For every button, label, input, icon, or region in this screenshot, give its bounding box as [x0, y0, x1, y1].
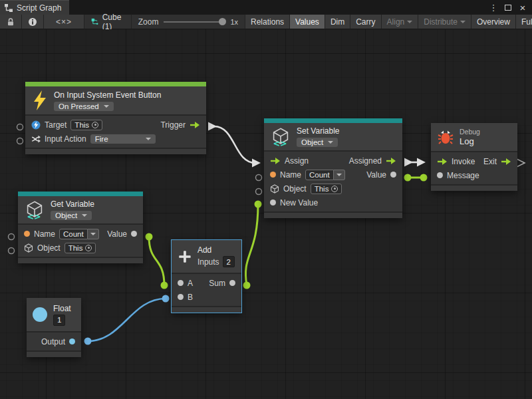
- wire-trigger-to-assign[interactable]: [208, 122, 261, 168]
- bug-icon: [438, 129, 454, 145]
- inspect-button[interactable]: [22, 15, 44, 29]
- close-icon[interactable]: ×: [517, 2, 528, 13]
- event-mode-dropdown[interactable]: On Pressed: [54, 102, 114, 111]
- node-title: Get Variable: [51, 200, 94, 209]
- svg-text:<>: <>: [27, 211, 41, 220]
- node-title: Add: [198, 245, 211, 255]
- sum-output-port[interactable]: [229, 280, 235, 286]
- zoom-value: 1x: [230, 18, 238, 26]
- assign-input-port[interactable]: [270, 157, 281, 165]
- variable-accent-bar: [264, 118, 402, 123]
- message-input-port[interactable]: [437, 172, 443, 178]
- node-get-variable[interactable]: <> Get Variable Object Name Count: [18, 192, 143, 263]
- value-output-port[interactable]: [390, 172, 396, 178]
- wire-float-to-b[interactable]: [84, 295, 170, 345]
- zoom-slider-handle[interactable]: [219, 18, 226, 25]
- titlebar-spacer: [69, 0, 488, 15]
- name-input-port[interactable]: [270, 172, 276, 178]
- toolbar-button-values[interactable]: Values: [290, 15, 325, 29]
- node-header: Debug Log: [431, 123, 517, 151]
- b-label: B: [188, 293, 193, 302]
- graph-asset-icon: [91, 17, 98, 27]
- tab-script-graph[interactable]: Script Graph: [0, 0, 69, 15]
- toolbar-button-carry[interactable]: Carry: [350, 15, 381, 29]
- wire-getvalue-to-a[interactable]: [146, 233, 168, 289]
- port-row-object: Object This: [264, 182, 402, 196]
- port-row-message: Message: [431, 168, 517, 182]
- toolbar-button-overview[interactable]: Overview: [471, 15, 516, 29]
- node-body: A Sum B: [172, 273, 241, 306]
- object-chip[interactable]: This: [65, 243, 96, 253]
- edit-source-button[interactable]: <×>: [44, 15, 84, 29]
- invoke-input-port[interactable]: [437, 158, 448, 166]
- node-title: On Input System Event Button: [54, 90, 161, 100]
- toolbar-button-fullscreen[interactable]: Full Screen: [516, 15, 532, 29]
- wire-value-to-message[interactable]: [404, 174, 428, 182]
- node-title: Set Variable: [297, 126, 339, 136]
- object-picker-icon: [331, 186, 338, 192]
- node-body: Target This Trigger Input Action: [25, 114, 206, 148]
- lock-button[interactable]: [0, 15, 22, 29]
- exit-output-port[interactable]: [501, 158, 511, 166]
- svg-text:<>: <>: [273, 138, 287, 147]
- node-footer: [25, 148, 206, 154]
- chevron-down-icon: [146, 138, 151, 140]
- kebab-menu-icon[interactable]: ⋮: [488, 2, 499, 13]
- value-output-port[interactable]: [131, 231, 137, 237]
- node-debug-log[interactable]: Debug Log Invoke Exit Message: [431, 123, 517, 191]
- name-label: Name: [280, 170, 301, 180]
- toolbar-button-relations[interactable]: Relations: [245, 15, 290, 29]
- chevron-down-icon: [407, 21, 412, 23]
- node-footer: [264, 211, 402, 218]
- variable-cube-icon: <>: [271, 127, 291, 147]
- cube-icon: [270, 184, 279, 194]
- node-footer: [431, 184, 517, 191]
- node-add[interactable]: Add Inputs 2 A Sum B: [172, 240, 241, 313]
- input-system-icon: [31, 120, 41, 130]
- object-chip[interactable]: This: [311, 184, 342, 194]
- node-float[interactable]: Float 1 Output: [27, 298, 81, 357]
- input-action-icon: [31, 134, 41, 144]
- target-label: Target: [45, 120, 66, 130]
- lightning-icon: [32, 90, 48, 111]
- toolbar-button-distribute[interactable]: Distribute: [418, 15, 471, 29]
- toolbar-button-align[interactable]: Align: [382, 15, 419, 29]
- name-label: Name: [34, 229, 55, 239]
- float-value-field[interactable]: 1: [53, 315, 65, 326]
- node-on-input-system-event[interactable]: On Input System Event Button On Pressed …: [25, 82, 206, 154]
- assigned-output-port[interactable]: [386, 157, 396, 165]
- object-label: Object: [283, 184, 307, 194]
- variable-scope-dropdown[interactable]: Object: [51, 211, 92, 220]
- exit-flow-stub[interactable]: [517, 159, 525, 167]
- new-value-input-port[interactable]: [270, 200, 276, 205]
- b-input-port[interactable]: [178, 294, 184, 300]
- tab-label: Script Graph: [17, 3, 61, 13]
- input-action-dropdown[interactable]: Fire: [90, 134, 156, 144]
- node-title: Log: [460, 136, 474, 146]
- target-object-chip[interactable]: This: [70, 120, 102, 130]
- wire-sum-to-newvalue[interactable]: [243, 201, 262, 289]
- node-title: Float: [53, 304, 71, 313]
- variable-name-dropdown[interactable]: Count: [59, 229, 99, 239]
- node-header: <> Get Variable Object: [18, 196, 143, 223]
- maximize-icon[interactable]: [503, 2, 513, 13]
- toolbar-button-dim[interactable]: Dim: [325, 15, 350, 29]
- graph-owner[interactable]: Cube (1): [84, 15, 132, 29]
- node-header: <> Set Variable Object: [264, 123, 402, 150]
- variable-scope-dropdown[interactable]: Object: [297, 138, 338, 147]
- trigger-output-port[interactable]: [190, 121, 200, 129]
- wire-assigned-to-invoke[interactable]: [404, 158, 426, 167]
- node-set-variable[interactable]: <> Set Variable Object Assign Assigned: [264, 118, 402, 218]
- name-input-port[interactable]: [24, 231, 30, 237]
- node-body: Assign Assigned Name Count Value: [264, 150, 402, 211]
- inputs-count-field[interactable]: 2: [223, 256, 235, 267]
- graph-canvas[interactable]: On Input System Event Button On Pressed …: [0, 29, 532, 399]
- variable-accent-bar: [18, 192, 143, 196]
- new-value-label: New Value: [280, 198, 318, 207]
- a-input-port[interactable]: [178, 280, 184, 286]
- variable-name-dropdown[interactable]: Count: [305, 170, 345, 180]
- code-icon: <×>: [56, 17, 72, 27]
- output-port[interactable]: [69, 338, 75, 344]
- zoom-slider[interactable]: [164, 21, 225, 23]
- chevron-down-icon: [460, 21, 466, 23]
